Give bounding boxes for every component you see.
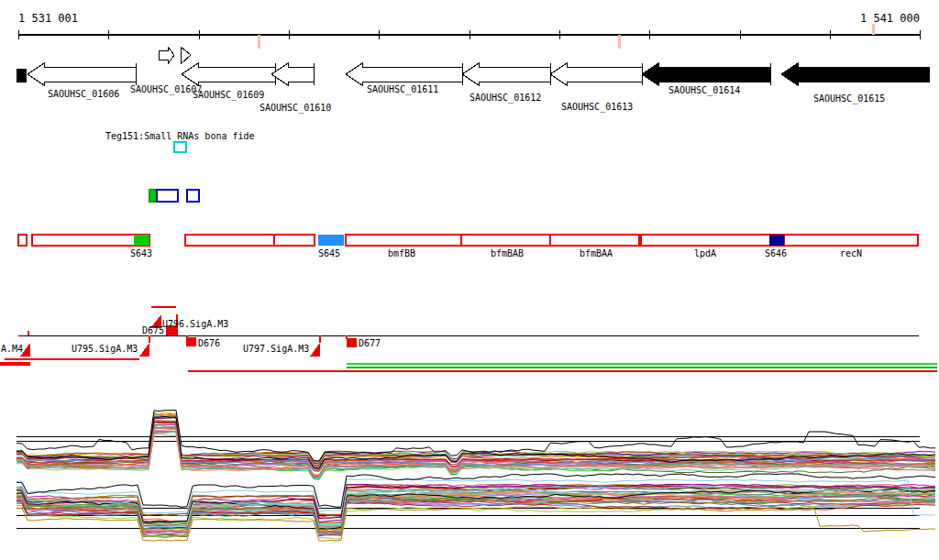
gene-arrow-SAOUHSC_01612[interactable] bbox=[462, 63, 550, 85]
gene-label-SAOUHSC_01615: SAOUHSC_01615 bbox=[813, 93, 885, 104]
ruler-end-coordinate: 1 541 000 bbox=[860, 12, 920, 25]
feature-label-U797.SigA.M3: U797.SigA.M3 bbox=[243, 344, 309, 354]
promoter-terminator-track: U796.SigA.M3D675A.M4U795.SigA.M3D676U797… bbox=[0, 307, 937, 371]
feature-label-D675: D675 bbox=[142, 325, 164, 335]
segment-label-S643: S643 bbox=[130, 248, 152, 258]
expression-profile-plot bbox=[17, 411, 935, 541]
feature-label-U795.SigA.M3: U795.SigA.M3 bbox=[72, 344, 138, 354]
promoter-flag[interactable] bbox=[310, 343, 320, 357]
gene-arrow-SAOUHSC_01606[interactable] bbox=[28, 63, 136, 85]
gene-label-SAOUHSC_01614: SAOUHSC_01614 bbox=[668, 85, 740, 96]
feature-label-A.M4: A.M4 bbox=[1, 344, 23, 354]
gene-label-SAOUHSC_01612: SAOUHSC_01612 bbox=[470, 93, 541, 104]
gene-box-partial-left[interactable] bbox=[17, 69, 26, 82]
genome-browser-canvas[interactable]: 1 531 0011 541 000 SAOUHSC_01606SAOUHSC_… bbox=[0, 0, 939, 560]
gene-label-SAOUHSC_01611: SAOUHSC_01611 bbox=[367, 84, 438, 95]
genome-browser-window: 1 531 0011 541 000 SAOUHSC_01606SAOUHSC_… bbox=[0, 0, 939, 560]
gene-track: SAOUHSC_01606SAOUHSC_01607SAOUHSC_01609S… bbox=[17, 47, 929, 114]
segment-label-S646: S646 bbox=[765, 248, 787, 258]
terminator-box[interactable] bbox=[347, 338, 357, 347]
terminator-box[interactable] bbox=[186, 337, 196, 346]
promoter-flag[interactable] bbox=[139, 343, 149, 357]
srna-feature-box[interactable] bbox=[174, 142, 186, 152]
gene-arrow-SAOUHSC_01611[interactable] bbox=[346, 63, 462, 85]
gene-arrow-SAOUHSC_01608[interactable] bbox=[181, 47, 191, 64]
operon-gene-label-lpdA: lpdA bbox=[694, 248, 716, 258]
srna-segment-S645[interactable] bbox=[318, 235, 344, 246]
gene-arrow-SAOUHSC_01615[interactable] bbox=[781, 63, 929, 85]
gene-label-SAOUHSC_01609: SAOUHSC_01609 bbox=[193, 90, 264, 101]
gene-arrow-SAOUHSC_01614[interactable] bbox=[642, 63, 770, 85]
operon-gene-label-bfmBAA: bfmBAA bbox=[580, 248, 613, 258]
operon-gene-label-bfmBAB: bfmBAB bbox=[491, 248, 524, 258]
srna-annotation-track: Teg151:Small RNAs bona fide bbox=[105, 131, 255, 152]
gene-label-SAOUHSC_01613: SAOUHSC_01613 bbox=[561, 102, 633, 113]
gene-arrow-SAOUHSC_01607[interactable] bbox=[159, 47, 174, 64]
operon-segment[interactable] bbox=[346, 235, 639, 246]
operon-segment[interactable] bbox=[32, 235, 149, 246]
feature-label-D676: D676 bbox=[198, 338, 220, 348]
annotation-mini-box[interactable] bbox=[187, 190, 199, 202]
mini-boxes-track bbox=[149, 190, 199, 202]
annotation-mini-box[interactable] bbox=[149, 190, 157, 202]
gene-label-SAOUHSC_01610: SAOUHSC_01610 bbox=[260, 103, 331, 114]
ruler-track: 1 531 0011 541 000 bbox=[18, 12, 920, 49]
gene-arrow-SAOUHSC_01613[interactable] bbox=[550, 63, 642, 85]
operon-gene-label-bmfBB: bmfBB bbox=[388, 248, 415, 258]
srna-segment-S643[interactable] bbox=[134, 235, 149, 246]
ruler-start-coordinate: 1 531 001 bbox=[18, 12, 78, 25]
annotation-mini-box[interactable] bbox=[157, 190, 178, 202]
operon-gene-label-recN: recN bbox=[840, 248, 862, 258]
feature-label-U796.SigA.M3: U796.SigA.M3 bbox=[162, 319, 228, 329]
gene-arrow-SAOUHSC_01609[interactable] bbox=[182, 63, 275, 85]
feature-label-D677: D677 bbox=[359, 338, 381, 348]
gene-label-SAOUHSC_01607: SAOUHSC_01607 bbox=[130, 84, 202, 95]
srna-track-title: Teg151:Small RNAs bona fide bbox=[105, 131, 255, 141]
gene-arrow-SAOUHSC_01610[interactable] bbox=[271, 63, 314, 85]
operon-segment[interactable] bbox=[18, 235, 27, 246]
srna-segment-S646[interactable] bbox=[769, 235, 784, 246]
gene-label-SAOUHSC_01606: SAOUHSC_01606 bbox=[48, 89, 119, 100]
operon-bar-track: S643S645S646bmfBBbfmBABbfmBAAlpdArecN bbox=[18, 235, 918, 258]
operon-segment[interactable] bbox=[185, 235, 315, 246]
segment-label-S645: S645 bbox=[318, 248, 340, 258]
